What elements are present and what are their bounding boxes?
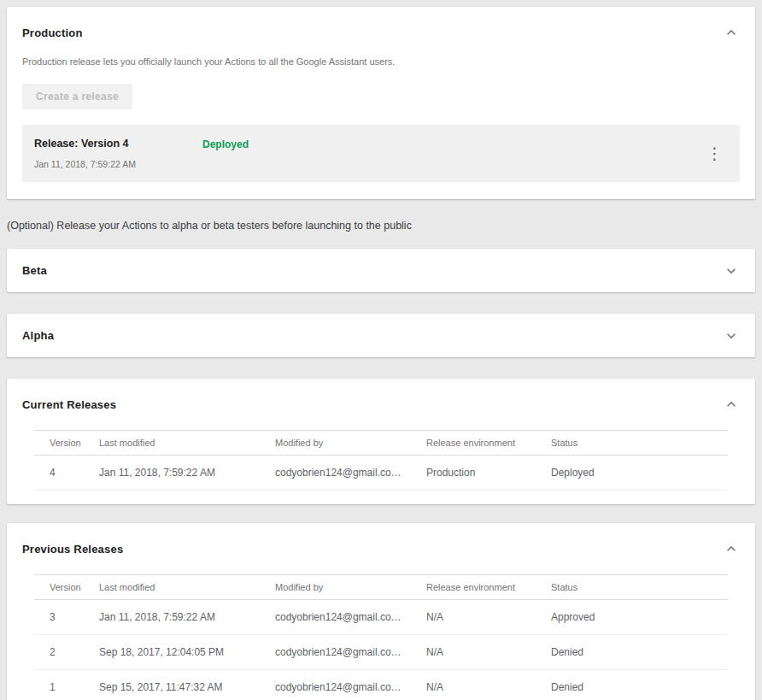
cell-status: Approved bbox=[551, 600, 728, 635]
cell-release-environment: N/A bbox=[426, 635, 551, 670]
table-header-row: Version Last modified Modified by Releas… bbox=[34, 431, 728, 456]
column-header-modified-by: Modified by bbox=[275, 575, 426, 600]
cell-status: Deployed bbox=[551, 456, 728, 491]
cell-last-modified: Sep 15, 2017, 11:47:32 AM bbox=[99, 670, 275, 700]
chevron-up-icon bbox=[723, 396, 740, 413]
beta-card: Beta bbox=[7, 249, 755, 292]
cell-version: 2 bbox=[34, 635, 99, 670]
current-releases-title: Current Releases bbox=[22, 398, 116, 411]
cell-version: 4 bbox=[34, 456, 99, 491]
chevron-down-icon bbox=[723, 327, 740, 344]
column-header-release-environment: Release environment bbox=[426, 431, 551, 456]
cell-version: 3 bbox=[34, 600, 99, 635]
production-release-item: Release: Version 4 Jan 11, 2018, 7:59:22… bbox=[22, 125, 740, 182]
column-header-status: Status bbox=[551, 431, 728, 456]
alpha-card-title: Alpha bbox=[22, 329, 54, 342]
current-releases-card-header[interactable]: Current Releases bbox=[7, 396, 755, 413]
kebab-menu-icon: ⋮ bbox=[706, 144, 723, 162]
release-date: Jan 11, 2018, 7:59:22 AM bbox=[34, 159, 202, 169]
current-releases-table: Version Last modified Modified by Releas… bbox=[34, 430, 728, 491]
optional-note: (Optional) Release your Actions to alpha… bbox=[7, 220, 755, 232]
production-card: Production Production release lets you o… bbox=[7, 7, 755, 199]
alpha-card: Alpha bbox=[7, 314, 755, 357]
cell-last-modified: Jan 11, 2018, 7:59:22 AM bbox=[99, 600, 275, 635]
column-header-release-environment: Release environment bbox=[426, 575, 551, 600]
production-card-header[interactable]: Production bbox=[22, 24, 740, 41]
beta-card-title: Beta bbox=[22, 264, 47, 277]
cell-last-modified: Jan 11, 2018, 7:59:22 AM bbox=[99, 456, 275, 491]
column-header-last-modified: Last modified bbox=[99, 575, 275, 600]
column-header-modified-by: Modified by bbox=[275, 431, 426, 456]
release-more-options-button[interactable]: ⋮ bbox=[701, 144, 728, 163]
column-header-version: Version bbox=[34, 431, 99, 456]
cell-modified-by: codyobrien124@gmail.co… bbox=[275, 635, 426, 670]
previous-releases-collapse-button[interactable] bbox=[723, 540, 740, 557]
cell-release-environment: N/A bbox=[426, 670, 551, 700]
cell-last-modified: Sep 18, 2017, 12:04:05 PM bbox=[99, 635, 275, 670]
alpha-expand-button[interactable] bbox=[723, 327, 740, 344]
beta-card-header[interactable]: Beta bbox=[7, 249, 755, 292]
beta-expand-button[interactable] bbox=[723, 262, 740, 279]
release-info: Release: Version 4 Jan 11, 2018, 7:59:22… bbox=[34, 138, 202, 169]
cell-version: 1 bbox=[34, 670, 99, 700]
column-header-version: Version bbox=[34, 575, 99, 600]
column-header-last-modified: Last modified bbox=[99, 431, 275, 456]
table-row: 4 Jan 11, 2018, 7:59:22 AM codyobrien124… bbox=[34, 456, 728, 491]
current-releases-card: Current Releases Version Last modified M… bbox=[7, 379, 755, 504]
chevron-down-icon bbox=[723, 262, 740, 279]
production-collapse-button[interactable] bbox=[723, 24, 740, 41]
column-header-status: Status bbox=[551, 575, 728, 600]
release-page: Production Production release lets you o… bbox=[0, 0, 762, 700]
release-status-badge: Deployed bbox=[202, 138, 249, 150]
chevron-up-icon bbox=[723, 24, 740, 41]
table-row: 2 Sep 18, 2017, 12:04:05 PM codyobrien12… bbox=[34, 635, 728, 670]
previous-releases-card: Previous Releases Version Last modified … bbox=[7, 523, 755, 700]
table-header-row: Version Last modified Modified by Releas… bbox=[34, 575, 728, 600]
production-description: Production release lets you officially l… bbox=[22, 56, 740, 67]
cell-release-environment: Production bbox=[426, 456, 551, 491]
release-name: Release: Version 4 bbox=[34, 138, 202, 150]
cell-status: Denied bbox=[551, 635, 728, 670]
previous-releases-title: Previous Releases bbox=[22, 543, 123, 556]
current-releases-collapse-button[interactable] bbox=[723, 396, 740, 413]
cell-modified-by: codyobrien124@gmail.co… bbox=[275, 670, 426, 700]
cell-modified-by: codyobrien124@gmail.co… bbox=[275, 456, 426, 491]
table-row: 3 Jan 11, 2018, 7:59:22 AM codyobrien124… bbox=[34, 600, 728, 635]
cell-modified-by: codyobrien124@gmail.co… bbox=[275, 600, 426, 635]
cell-release-environment: N/A bbox=[426, 600, 551, 635]
cell-status: Denied bbox=[551, 670, 728, 700]
alpha-card-header[interactable]: Alpha bbox=[7, 314, 755, 357]
chevron-up-icon bbox=[723, 540, 740, 557]
previous-releases-table: Version Last modified Modified by Releas… bbox=[34, 574, 728, 700]
create-release-button[interactable]: Create a release bbox=[22, 84, 132, 109]
previous-releases-card-header[interactable]: Previous Releases bbox=[7, 540, 755, 557]
production-card-title: Production bbox=[22, 26, 83, 39]
table-row: 1 Sep 15, 2017, 11:47:32 AM codyobrien12… bbox=[34, 670, 728, 700]
